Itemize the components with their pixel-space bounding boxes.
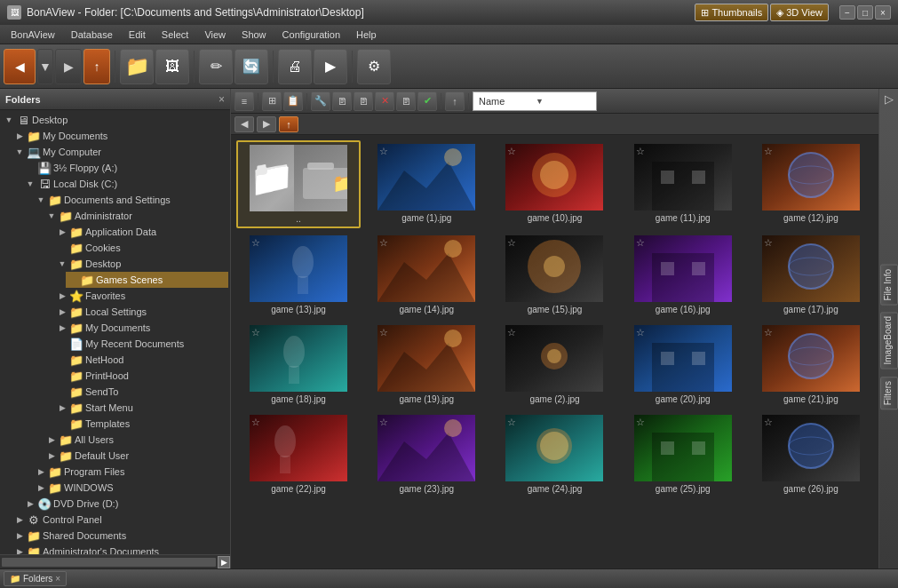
thumbnails-button[interactable]: ⊞ [262, 91, 282, 111]
thumbnails-view-button[interactable]: ⊞ Thumbnails [695, 4, 768, 21]
thumbnail-item-game2[interactable]: ☆ game (2).jpg [492, 322, 616, 408]
file-op1[interactable]: 🖹 [332, 91, 352, 111]
file-info-panel-btn[interactable]: File Info [880, 265, 898, 306]
up-button[interactable]: ↑ [83, 49, 110, 84]
thumbnail-item-game15[interactable]: ☆ game (15).jpg [492, 232, 616, 318]
thumbnail-item-game1[interactable]: ☆ game (1).jpg [364, 140, 489, 228]
menu-bonaview[interactable]: BonAView [4, 28, 62, 42]
tree-item-allusers[interactable]: ▶ 📁 All Users [44, 432, 228, 448]
folder-button[interactable]: 📁 [120, 49, 154, 84]
expander-docsandsettings[interactable]: ▼ [36, 195, 46, 205]
folders-tab-close[interactable]: × [55, 574, 60, 584]
thumbnail-item-game14[interactable]: ☆ game (14).jpg [364, 232, 489, 318]
file-op3[interactable]: 🖹 [396, 91, 416, 111]
back-button[interactable]: ◀ [4, 49, 36, 84]
thumbnail-item-game23[interactable]: ☆ game (23).jpg [364, 411, 489, 497]
expander-appdata[interactable]: ▶ [57, 226, 68, 237]
tree-item-localc[interactable]: ▼ 🖫 Local Disk (C:) [23, 176, 228, 192]
settings-button[interactable]: ⚙ [357, 49, 391, 84]
expander-mydocs2[interactable]: ▶ [57, 322, 68, 333]
tree-item-dvd[interactable]: ▶ 💿 DVD Drive (D:) [23, 496, 228, 512]
tree-item-floppy[interactable]: 💾 3½ Floppy (A:) [23, 160, 228, 176]
menu-view[interactable]: View [197, 28, 233, 42]
nav-up[interactable]: ↑ [279, 116, 298, 132]
expander-defaultuser[interactable]: ▶ [46, 450, 57, 461]
sort-dropdown[interactable]: Name ▼ [473, 91, 597, 111]
thumbnail-item-game24[interactable]: ☆ game (24).jpg [492, 411, 616, 497]
tools-button[interactable]: 🔧 [311, 91, 330, 111]
menu-help[interactable]: Help [349, 28, 384, 42]
imageboard-panel-btn[interactable]: ImageBoard [880, 312, 898, 369]
thumbnail-item-game19[interactable]: ☆ game (19).jpg [364, 322, 489, 408]
thumbnail-item-folder-up[interactable]: 📁 .. [236, 140, 361, 228]
tree-item-defaultuser[interactable]: ▶ 📁 Default User [44, 448, 228, 464]
expander-mycomputer[interactable]: ▼ [14, 147, 25, 157]
expander-controlpanel[interactable]: ▶ [14, 514, 25, 525]
menu-database[interactable]: Database [64, 28, 120, 42]
hscroll-right[interactable]: ▶ [218, 556, 230, 568]
expander-startmenu[interactable]: ▶ [57, 402, 68, 413]
convert-button[interactable]: 🔄 [234, 49, 268, 84]
thumbnail-item-game18[interactable]: ☆ game (18).jpg [236, 322, 361, 408]
thumbnail-item-game21[interactable]: ☆ game (21).jpg [749, 322, 873, 408]
expander-shareddocs[interactable]: ▶ [14, 530, 25, 541]
thumbnail-item-game20[interactable]: ☆ game (20).jpg [621, 322, 745, 408]
expander-dvd[interactable]: ▶ [25, 498, 36, 509]
folder-tree[interactable]: ▼ 🖥 Desktop ▶ 📁 My Documents ▼ 💻 My Comp… [0, 110, 230, 554]
tree-item-appdata[interactable]: ▶ 📁 Application Data [55, 224, 228, 240]
tree-item-controlpanel[interactable]: ▶ ⚙ Control Panel [12, 512, 228, 528]
menu-configuration[interactable]: Configuration [275, 28, 347, 42]
tree-item-gamesscenes[interactable]: 📁 Games Scenes [66, 272, 228, 288]
expander-programfiles[interactable]: ▶ [36, 466, 46, 477]
thumbnail-item-game11[interactable]: ☆ game (11).jpg [621, 140, 745, 228]
tree-item-admindocs[interactable]: ▶ 📁 Administrator's Documents [12, 544, 228, 554]
image-button[interactable]: 🖼 [155, 49, 189, 84]
expander-allusers[interactable]: ▶ [46, 434, 57, 445]
expander-administrator[interactable]: ▼ [46, 211, 57, 221]
expander-localc[interactable]: ▼ [25, 179, 36, 189]
menu-edit[interactable]: Edit [122, 28, 153, 42]
tree-item-startmenu[interactable]: ▶ 📁 Start Menu [55, 400, 228, 416]
tree-item-favorites[interactable]: ▶ ⭐ Favorites [55, 288, 228, 304]
collapse-right-btn[interactable]: ▷ [881, 92, 897, 106]
check-button[interactable]: ✔ [417, 91, 437, 111]
tree-item-shareddocs[interactable]: ▶ 📁 Shared Documents [12, 528, 228, 544]
expander-mydocs[interactable]: ▶ [14, 131, 25, 141]
tree-item-mydocs2[interactable]: ▶ 📁 My Documents [55, 320, 228, 336]
tree-item-printhood[interactable]: 📁 PrintHood [55, 368, 228, 384]
thumbnail-item-game16[interactable]: ☆ game (16).jpg [621, 232, 745, 318]
nav-forward[interactable]: ▶ [257, 116, 276, 132]
expander-desktop[interactable]: ▼ [4, 115, 14, 125]
tree-item-localsettings[interactable]: ▶ 📁 Local Settings [55, 304, 228, 320]
expander-windows[interactable]: ▶ [36, 482, 46, 493]
thumbnail-item-game12[interactable]: ☆ game (12).jpg [749, 140, 873, 228]
menu-show[interactable]: Show [234, 28, 274, 42]
minimize-button[interactable]: − [839, 5, 855, 20]
sidebar-hscrollbar[interactable]: ▶ [0, 554, 230, 568]
3d-view-button[interactable]: ◈ 3D View [770, 4, 829, 21]
slideshow-button[interactable]: ▶ [314, 49, 347, 84]
menu-select[interactable]: Select [155, 28, 196, 42]
filters-panel-btn[interactable]: Filters [880, 377, 898, 409]
close-button[interactable]: × [875, 5, 891, 20]
tree-item-nethood[interactable]: 📁 NetHood [55, 352, 228, 368]
upload-button[interactable]: ↑ [445, 91, 465, 111]
view-mode-button[interactable]: ≡ [234, 91, 254, 111]
print-button[interactable]: 🖨 [278, 49, 312, 84]
thumbnail-item-game22[interactable]: ☆ game (22).jpg [236, 411, 361, 497]
thumbnail-item-game17[interactable]: ☆ game (17).jpg [749, 232, 873, 318]
forward-button[interactable]: ▶ [55, 49, 82, 84]
tree-item-myrecent[interactable]: 📄 My Recent Documents [55, 336, 228, 352]
back-dropdown[interactable]: ▼ [37, 49, 53, 84]
tree-item-templates[interactable]: 📁 Templates [55, 416, 228, 432]
file-op2[interactable]: 🖹 [354, 91, 373, 111]
nav-back[interactable]: ◀ [234, 116, 254, 132]
tree-item-windows[interactable]: ▶ 📁 WINDOWS [34, 480, 228, 496]
tree-item-mycomputer[interactable]: ▼ 💻 My Computer [12, 144, 228, 160]
tree-item-administrator[interactable]: ▼ 📁 Administrator [44, 208, 228, 224]
thumbnail-item-game26[interactable]: ☆ game (26).jpg [749, 411, 873, 497]
thumbnail-item-game25[interactable]: ☆ game (25).jpg [621, 411, 745, 497]
tree-item-mydocs[interactable]: ▶ 📁 My Documents [12, 128, 228, 144]
expander-admindocs[interactable]: ▶ [14, 546, 25, 554]
tree-item-desktop[interactable]: ▼ 🖥 Desktop [2, 112, 228, 128]
